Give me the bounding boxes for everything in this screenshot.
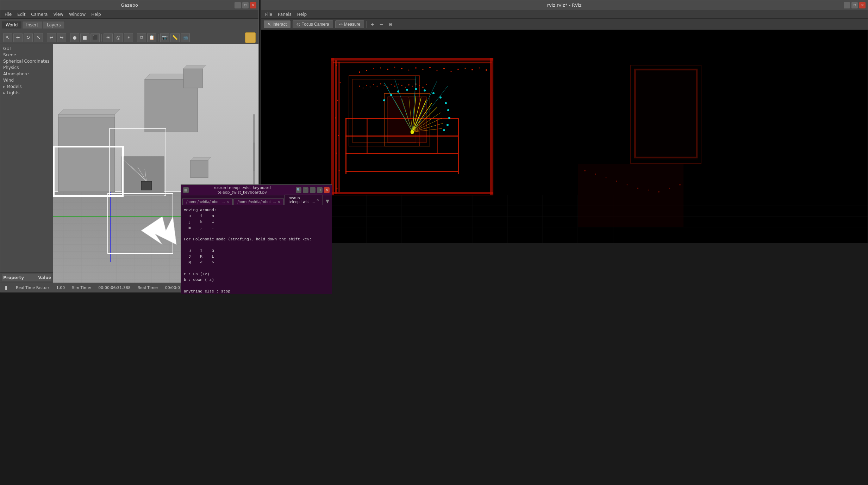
svg-point-107: [401, 85, 402, 86]
sidebar-tree: GUI Scene Spherical Coordinates Physics …: [0, 44, 53, 272]
tab-world[interactable]: World: [2, 21, 21, 29]
gazebo-sidebar: GUI Scene Spherical Coordinates Physics …: [0, 44, 53, 283]
tab-insert[interactable]: Insert: [22, 21, 42, 29]
terminal-line-15: anything else : stop: [184, 289, 329, 294]
focus-icon: ◎: [296, 22, 300, 27]
svg-point-99: [373, 84, 374, 85]
rviz-viewport[interactable]: [261, 30, 868, 243]
rviz-minus-icon[interactable]: −: [378, 21, 385, 28]
term-tab-1-close[interactable]: ✕: [226, 200, 229, 204]
svg-rect-27: [58, 114, 115, 192]
svg-point-89: [337, 100, 338, 101]
svg-rect-120: [458, 118, 459, 174]
svg-point-143: [390, 94, 392, 96]
focus-camera-btn[interactable]: ◎ Focus Camera: [293, 20, 333, 28]
terminal-search-btn[interactable]: 🔍: [296, 187, 301, 193]
sidebar-item-atmosphere[interactable]: Atmosphere: [0, 71, 53, 77]
rviz-plus-icon[interactable]: +: [369, 21, 376, 28]
svg-point-178: [669, 188, 670, 189]
svg-point-102: [384, 85, 385, 86]
gazebo-menu-camera[interactable]: Camera: [28, 12, 50, 17]
scale-tool-btn[interactable]: ⤡: [34, 33, 43, 42]
rviz-minimize-btn[interactable]: −: [844, 2, 850, 8]
svg-rect-185: [696, 69, 698, 158]
terminal-line-9: J K L: [184, 254, 329, 260]
interact-btn[interactable]: ↖ Interact: [264, 20, 291, 28]
box-btn[interactable]: ■: [80, 33, 89, 42]
focus-label: Focus Camera: [301, 22, 329, 27]
gazebo-menu-edit[interactable]: Edit: [14, 12, 28, 17]
svg-point-152: [448, 117, 450, 119]
svg-point-88: [340, 82, 341, 83]
sidebar-item-lights[interactable]: Lights: [0, 90, 53, 96]
ruler-btn[interactable]: 📏: [170, 33, 180, 42]
terminal-line-3: j k l: [184, 219, 329, 225]
rviz-menu-file[interactable]: File: [262, 12, 275, 17]
sun-btn[interactable]: ☀: [104, 33, 113, 42]
directional-btn[interactable]: ⚡: [124, 33, 133, 42]
svg-rect-48: [53, 146, 124, 147]
redo-btn[interactable]: ↪: [57, 33, 66, 42]
terminal-minimize-btn[interactable]: −: [310, 187, 316, 193]
gazebo-close-btn[interactable]: ✕: [250, 2, 256, 8]
sidebar-item-wind[interactable]: Wind: [0, 77, 53, 83]
terminal-line-6: For Holonomic mode (strafing), hold down…: [184, 237, 329, 242]
svg-point-97: [366, 85, 367, 86]
rviz-window: rviz.rviz* - RViz − □ ✕ File Panels Help…: [261, 0, 868, 243]
sphere-btn[interactable]: ●: [70, 33, 79, 42]
terminal-maximize-btn[interactable]: □: [317, 187, 323, 193]
sidebar-item-spherical[interactable]: Spherical Coordinates: [0, 58, 53, 64]
measure-btn[interactable]: ⇔ Measure: [335, 20, 364, 28]
svg-point-91: [338, 135, 339, 136]
svg-point-70: [373, 68, 374, 69]
term-tab-3-close[interactable]: ✕: [316, 198, 319, 202]
rviz-maximize-btn[interactable]: □: [851, 2, 858, 8]
rviz-menu-panels[interactable]: Panels: [275, 12, 294, 17]
spotlight-btn[interactable]: ◎: [114, 33, 123, 42]
gazebo-menu-help[interactable]: Help: [88, 12, 104, 17]
terminal-icon: ▤: [183, 187, 189, 193]
orange-btn[interactable]: [245, 32, 256, 43]
terminal-tab-2[interactable]: /home/nvidia/robot_... ✕: [233, 199, 284, 205]
translate-tool-btn[interactable]: ✛: [13, 33, 23, 42]
snapshot-btn[interactable]: 📷: [160, 33, 169, 42]
undo-btn[interactable]: ↩: [47, 33, 56, 42]
sidebar-item-models[interactable]: Models: [0, 83, 53, 90]
gazebo-menubar: File Edit Camera View Window Help: [0, 10, 258, 19]
sim-time-value: 00:00:06:31.388: [98, 285, 131, 290]
gazebo-menu-file[interactable]: File: [2, 12, 14, 17]
tab-layers[interactable]: Layers: [43, 21, 65, 29]
terminal-menu-btn[interactable]: ☰: [303, 187, 308, 193]
sidebar-item-physics[interactable]: Physics: [0, 64, 53, 71]
svg-point-85: [479, 68, 480, 69]
rviz-close-btn[interactable]: ✕: [859, 2, 866, 8]
rviz-menu-help[interactable]: Help: [294, 12, 310, 17]
gazebo-minimize-btn[interactable]: −: [235, 2, 241, 8]
term-tab-2-close[interactable]: ✕: [277, 200, 280, 204]
video-btn[interactable]: 📹: [181, 33, 190, 42]
svg-point-81: [451, 71, 452, 72]
terminal-tab-3[interactable]: rosrun teleop_twist_... ✕: [285, 195, 323, 205]
copy-btn[interactable]: ⧉: [137, 33, 146, 42]
gazebo-menu-window[interactable]: Window: [66, 12, 88, 17]
svg-point-78: [429, 67, 431, 68]
gazebo-menu-view[interactable]: View: [50, 12, 66, 17]
sidebar-item-scene[interactable]: Scene: [0, 52, 53, 58]
paste-btn[interactable]: 📋: [147, 33, 156, 42]
gazebo-title: Gazebo: [121, 2, 138, 8]
terminal-tabs: /home/nvidia/robot_... ✕ /home/nvidia/ro…: [181, 195, 332, 205]
select-tool-btn[interactable]: ↖: [3, 33, 12, 42]
rviz-camera-icon[interactable]: ⊕: [387, 21, 394, 28]
cylinder-btn[interactable]: ⬛: [90, 33, 100, 42]
rviz-menubar: File Panels Help: [261, 10, 868, 19]
terminal-close-btn[interactable]: ✕: [324, 187, 330, 193]
play-button[interactable]: ⏸: [3, 284, 9, 291]
terminal-line-5: [184, 231, 329, 237]
gazebo-maximize-btn[interactable]: □: [242, 2, 249, 8]
svg-point-92: [336, 153, 337, 154]
rotate-tool-btn[interactable]: ↻: [24, 33, 33, 42]
term-new-tab-btn[interactable]: ▼: [324, 197, 331, 205]
svg-point-176: [648, 190, 649, 191]
sidebar-item-gui[interactable]: GUI: [0, 45, 53, 52]
terminal-tab-1[interactable]: /home/nvidia/robot_... ✕: [182, 199, 233, 205]
